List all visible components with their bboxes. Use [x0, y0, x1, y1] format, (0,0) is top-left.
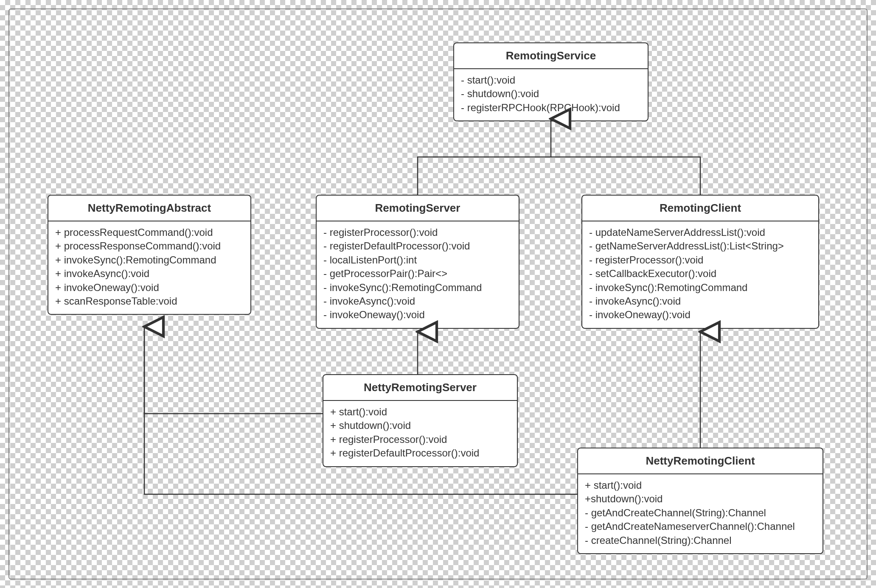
member: - invokeSync():RemotingCommand: [323, 281, 512, 294]
member: - start():void: [461, 73, 641, 87]
member: - invokeOneway():void: [589, 308, 811, 322]
member: + registerProcessor():void: [330, 433, 510, 446]
member: + invokeSync():RemotingCommand: [55, 253, 244, 267]
member: + invokeOneway():void: [55, 281, 244, 294]
member: - localListenPort():int: [323, 253, 512, 267]
class-netty-remoting-server: NettyRemotingServer + start():void + shu…: [323, 374, 518, 467]
class-title: RemotingService: [454, 43, 648, 69]
class-title: NettyRemotingClient: [578, 448, 823, 474]
member: - shutdown():void: [461, 87, 641, 101]
member: - invokeAsync():void: [323, 294, 512, 308]
member: - getAndCreateChannel(String):Channel: [585, 506, 816, 520]
class-remoting-service: RemotingService - start():void - shutdow…: [453, 42, 649, 121]
member: + invokeAsync():void: [55, 267, 244, 280]
member: - invokeOneway():void: [323, 308, 512, 322]
class-body: - start():void - shutdown():void - regis…: [454, 69, 648, 120]
member: + shutdown():void: [330, 419, 510, 432]
member: - registerRPCHook(RPCHook):void: [461, 101, 641, 115]
class-remoting-server: RemotingServer - registerProcessor():voi…: [316, 195, 519, 329]
member: +shutdown():void: [585, 492, 816, 506]
member: - getNameServerAddressList():List<String…: [589, 239, 811, 253]
class-body: + start():void +shutdown():void - getAnd…: [578, 474, 823, 553]
class-body: - updateNameServerAddressList():void - g…: [582, 221, 818, 328]
member: + registerDefaultProcessor():void: [330, 446, 510, 460]
class-body: + processRequestCommand():void + process…: [48, 221, 250, 314]
member: - getProcessorPair():Pair<>: [323, 267, 512, 280]
class-netty-remoting-client: NettyRemotingClient + start():void +shut…: [577, 448, 823, 554]
member: - updateNameServerAddressList():void: [589, 226, 811, 239]
member: + scanResponseTable:void: [55, 294, 244, 308]
member: - invokeAsync():void: [589, 294, 811, 308]
member: + processRequestCommand():void: [55, 226, 244, 239]
class-title: NettyRemotingServer: [323, 375, 517, 401]
member: + start():void: [585, 479, 816, 492]
class-title: NettyRemotingAbstract: [48, 196, 250, 221]
class-body: - registerProcessor():void - registerDef…: [317, 221, 519, 328]
member: - registerProcessor():void: [589, 253, 811, 267]
member: - getAndCreateNameserverChannel():Channe…: [585, 520, 816, 533]
class-remoting-client: RemotingClient - updateNameServerAddress…: [581, 195, 819, 329]
class-title: RemotingClient: [582, 196, 818, 221]
class-body: + start():void + shutdown():void + regis…: [323, 401, 517, 466]
member: - registerDefaultProcessor():void: [323, 239, 512, 253]
class-title: RemotingServer: [317, 196, 519, 221]
member: - setCallbackExecutor():void: [589, 267, 811, 280]
class-netty-remoting-abstract: NettyRemotingAbstract + processRequestCo…: [48, 195, 251, 315]
member: + processResponseCommand():void: [55, 239, 244, 253]
member: + start():void: [330, 405, 510, 419]
member: - createChannel(String):Channel: [585, 534, 816, 547]
member: - invokeSync():RemotingCommand: [589, 281, 811, 294]
member: - registerProcessor():void: [323, 226, 512, 239]
